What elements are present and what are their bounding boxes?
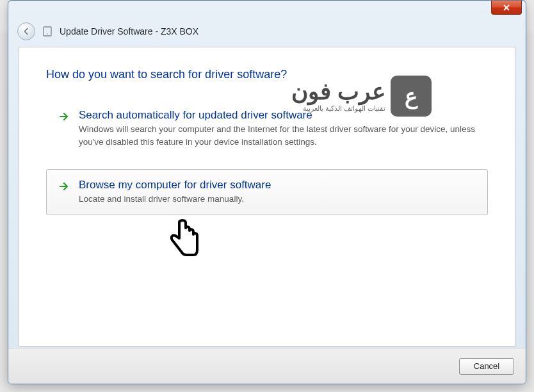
arrow-right-icon [58,111,70,122]
option-title: Search automatically for updated driver … [79,109,476,122]
footer-bar: Cancel [8,348,526,384]
option-title: Browse my computer for driver software [79,179,476,192]
device-icon [42,26,53,37]
header-row: Update Driver Software - Z3X BOX [8,19,526,44]
option-browse-computer[interactable]: Browse my computer for driver software L… [46,169,488,215]
content-panel: How do you want to search for driver sof… [19,47,515,347]
option-description: Locate and install driver software manua… [79,193,476,206]
svg-point-1 [47,33,48,35]
option-description: Windows will search your computer and th… [79,123,476,148]
svg-rect-0 [44,27,51,36]
back-arrow-icon [22,27,31,36]
main-heading: How do you want to search for driver sof… [46,68,488,81]
back-button[interactable] [17,22,35,40]
dialog-window: Update Driver Software - Z3X BOX How do … [8,0,526,384]
close-button[interactable] [491,1,522,15]
titlebar [8,1,526,19]
window-title: Update Driver Software - Z3X BOX [60,26,198,37]
close-icon [503,4,510,11]
arrow-right-icon [58,181,70,192]
option-search-automatically[interactable]: Search automatically for updated driver … [46,99,488,158]
cancel-button[interactable]: Cancel [459,358,514,375]
